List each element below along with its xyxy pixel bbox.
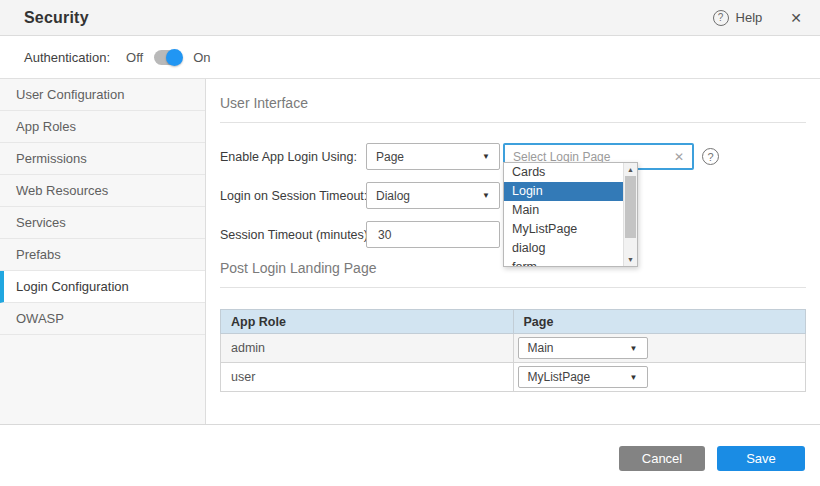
chevron-down-icon: ▼: [630, 344, 638, 353]
sidebar-item-prefabs[interactable]: Prefabs: [0, 239, 205, 271]
page-title: Security: [24, 9, 89, 27]
sidebar-item-user-configuration[interactable]: User Configuration: [0, 79, 205, 111]
dialog-header: Security ? Help ✕: [0, 0, 820, 36]
sidebar-item-owasp[interactable]: OWASP: [0, 303, 205, 335]
login-page-dropdown: Cards Login Main MyListPage dialog form …: [503, 162, 638, 267]
authentication-label: Authentication:: [24, 50, 110, 65]
chevron-down-icon: ▼: [630, 373, 638, 382]
settings-sidebar: User Configuration App Roles Permissions…: [0, 79, 206, 424]
enable-login-label: Enable App Login Using:: [220, 150, 366, 164]
authentication-bar: Authentication: Off On: [0, 36, 820, 79]
session-timeout-login-label: Login on Session Timeout:: [220, 189, 366, 203]
user-page-select-value: MyListPage: [528, 370, 591, 384]
chevron-down-icon: ▼: [482, 191, 490, 200]
scroll-up-icon[interactable]: ▲: [624, 163, 637, 175]
dialog-footer: Cancel Save: [0, 425, 820, 485]
dropdown-scrollbar[interactable]: ▲ ▼: [623, 163, 637, 266]
session-timeout-label: Session Timeout (minutes):: [220, 228, 366, 242]
login-page-help-icon[interactable]: ?: [702, 148, 719, 165]
close-icon[interactable]: ✕: [790, 10, 802, 26]
sidebar-item-login-configuration[interactable]: Login Configuration: [0, 271, 205, 303]
role-cell: user: [221, 363, 514, 392]
dropdown-option-dialog[interactable]: dialog: [504, 239, 623, 258]
scrollbar-thumb[interactable]: [625, 176, 636, 238]
sidebar-item-web-resources[interactable]: Web Resources: [0, 175, 205, 207]
admin-page-select[interactable]: Main ▼: [518, 337, 648, 359]
dropdown-option-mylistpage[interactable]: MyListPage: [504, 220, 623, 239]
sidebar-item-permissions[interactable]: Permissions: [0, 143, 205, 175]
table-row-user: user MyListPage ▼: [221, 363, 806, 392]
toggle-on-label: On: [193, 50, 210, 65]
user-interface-section-title: User Interface: [220, 95, 806, 123]
save-button[interactable]: Save: [717, 446, 805, 471]
authentication-toggle[interactable]: [154, 50, 182, 65]
dropdown-option-main[interactable]: Main: [504, 201, 623, 220]
login-configuration-panel: User Interface Enable App Login Using: P…: [206, 79, 820, 424]
session-timeout-login-select[interactable]: Dialog ▼: [366, 182, 500, 209]
header-actions: ? Help ✕: [713, 10, 802, 26]
dropdown-options: Cards Login Main MyListPage dialog form: [504, 163, 623, 266]
help-button[interactable]: ? Help: [713, 10, 763, 26]
sidebar-item-services[interactable]: Services: [0, 207, 205, 239]
help-label: Help: [736, 10, 763, 25]
role-cell: admin: [221, 334, 514, 363]
page-column-header: Page: [513, 310, 806, 334]
toggle-knob: [166, 49, 183, 66]
session-timeout-login-value: Dialog: [376, 189, 410, 203]
clear-icon[interactable]: ✕: [674, 150, 684, 164]
session-timeout-input[interactable]: [366, 221, 500, 248]
admin-page-select-value: Main: [528, 341, 554, 355]
cancel-button[interactable]: Cancel: [619, 446, 705, 471]
sidebar-item-app-roles[interactable]: App Roles: [0, 111, 205, 143]
table-row-admin: admin Main ▼: [221, 334, 806, 363]
enable-login-select-value: Page: [376, 150, 404, 164]
dropdown-option-cards[interactable]: Cards: [504, 163, 623, 182]
dialog-body: User Configuration App Roles Permissions…: [0, 79, 820, 425]
landing-page-table: App Role Page admin Main ▼ user: [220, 309, 806, 392]
user-page-select[interactable]: MyListPage ▼: [518, 366, 648, 388]
chevron-down-icon: ▼: [482, 152, 490, 161]
enable-login-select[interactable]: Page ▼: [366, 143, 500, 170]
help-icon: ?: [713, 10, 729, 26]
toggle-off-label: Off: [126, 50, 143, 65]
scroll-down-icon[interactable]: ▼: [624, 253, 637, 265]
dropdown-option-login[interactable]: Login: [504, 182, 623, 201]
dropdown-option-form[interactable]: form: [504, 258, 623, 266]
security-dialog: Security ? Help ✕ Authentication: Off On…: [0, 0, 820, 486]
app-role-column-header: App Role: [221, 310, 514, 334]
table-header-row: App Role Page: [221, 310, 806, 334]
